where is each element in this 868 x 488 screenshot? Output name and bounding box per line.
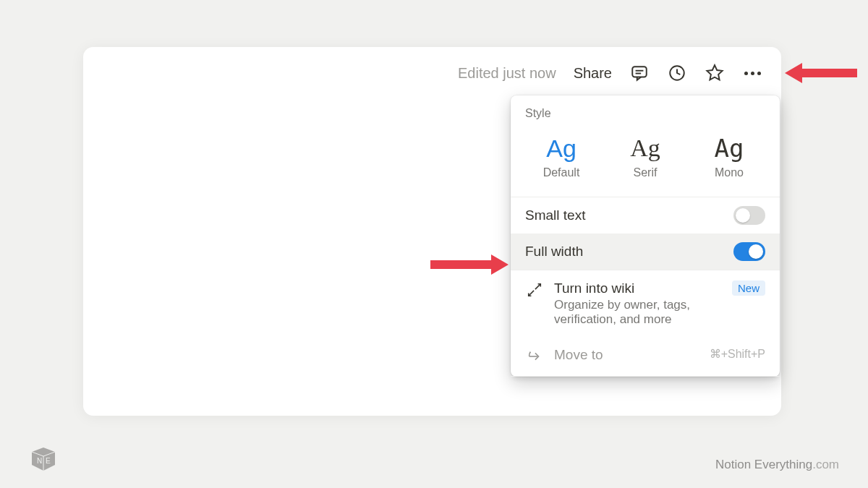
- font-label-serif: Serif: [634, 166, 658, 179]
- toggle-knob: [749, 244, 763, 259]
- favorite-icon[interactable]: [705, 63, 725, 83]
- small-text-row[interactable]: Small text: [511, 197, 780, 234]
- font-option-default[interactable]: Ag Default: [519, 132, 603, 184]
- wiki-desc: Organize by owner, tags, verification, a…: [554, 298, 765, 327]
- brand-name: Notion Everything: [715, 458, 812, 471]
- toggle-knob: [736, 208, 750, 223]
- move-to-title: Move to: [554, 347, 603, 363]
- annotation-arrow-top: [785, 60, 857, 86]
- new-badge: New: [732, 281, 765, 296]
- move-to-shortcut: ⌘+Shift+P: [710, 347, 765, 361]
- topbar: Edited just now Share: [83, 47, 781, 83]
- font-option-serif[interactable]: Ag Serif: [603, 132, 687, 184]
- svg-rect-0: [632, 67, 647, 77]
- divider: [511, 376, 780, 377]
- more-options-button[interactable]: [742, 63, 762, 83]
- share-button[interactable]: Share: [574, 65, 612, 82]
- font-sample-default: Ag: [546, 136, 576, 160]
- style-section-label: Style: [511, 95, 780, 126]
- history-icon[interactable]: [667, 63, 687, 83]
- full-width-label: Full width: [525, 244, 583, 260]
- ellipsis-icon: [744, 72, 761, 75]
- page-options-dropdown: Style Ag Default Ag Serif Ag Mono Small …: [511, 95, 780, 377]
- svg-text:N: N: [37, 457, 42, 465]
- annotation-arrow-mid: [430, 252, 509, 278]
- small-text-label: Small text: [525, 207, 585, 223]
- svg-text:E: E: [46, 457, 51, 465]
- small-text-toggle[interactable]: [733, 206, 765, 225]
- brand-tld: .com: [812, 458, 839, 471]
- font-style-row: Ag Default Ag Serif Ag Mono: [511, 126, 780, 197]
- brand-watermark: Notion Everything.com: [715, 458, 839, 472]
- font-option-mono[interactable]: Ag Mono: [687, 132, 771, 184]
- font-sample-serif: Ag: [630, 136, 660, 160]
- turn-into-wiki-item[interactable]: Turn into wiki Organize by owner, tags, …: [511, 270, 780, 337]
- full-width-toggle[interactable]: [733, 242, 765, 261]
- edit-status: Edited just now: [458, 65, 556, 82]
- font-label-default: Default: [543, 166, 580, 179]
- brand-logo-icon: N E: [29, 446, 58, 475]
- font-sample-mono: Ag: [715, 136, 744, 160]
- font-label-mono: Mono: [715, 166, 744, 179]
- comments-icon[interactable]: [629, 63, 650, 83]
- wiki-icon: [525, 281, 544, 299]
- full-width-row[interactable]: Full width: [511, 234, 780, 270]
- move-to-item[interactable]: Move to ⌘+Shift+P: [511, 337, 780, 376]
- move-to-icon: [525, 347, 544, 366]
